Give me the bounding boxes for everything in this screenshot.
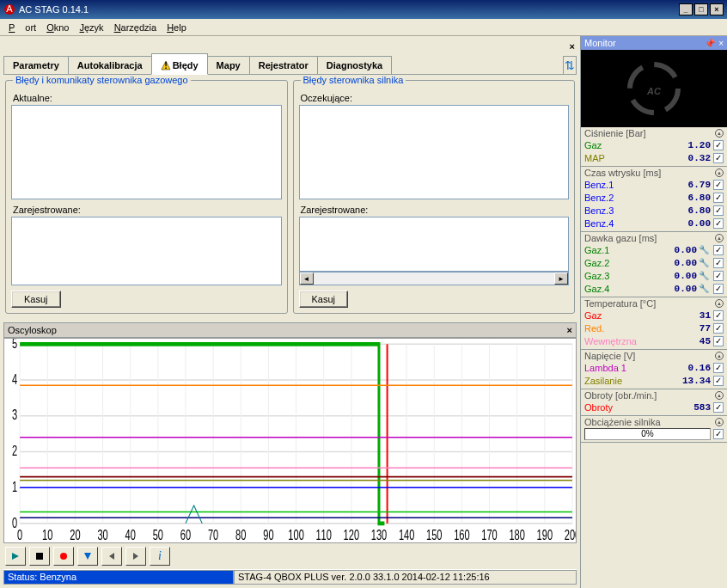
svg-text:60: 60 xyxy=(180,526,191,542)
chk[interactable]: ✓ xyxy=(713,310,724,321)
tab-mapy[interactable]: Mapy xyxy=(207,56,250,74)
engine-clear-button[interactable]: Kasuj xyxy=(299,291,349,308)
chk[interactable]: ✓ xyxy=(713,376,724,386)
section-obroty: Obroty [obr./min.] xyxy=(584,390,657,401)
warning-icon: ! xyxy=(161,60,171,70)
next-button[interactable] xyxy=(125,547,146,566)
svg-text:140: 140 xyxy=(399,526,414,542)
panel-close-icon[interactable]: × xyxy=(570,41,575,52)
info-button[interactable]: i xyxy=(150,547,170,566)
oscilloscope-chart[interactable]: 0123450102030405060708090100110120130140… xyxy=(3,338,577,543)
wrench-icon[interactable]: 🔧 xyxy=(699,258,709,267)
prev-button[interactable] xyxy=(101,547,122,566)
svg-rect-59 xyxy=(36,553,43,560)
chk[interactable]: ✓ xyxy=(713,205,724,216)
titlebar: A AC STAG 0.14.1 _ □ × xyxy=(0,0,727,19)
chk[interactable]: ✓ xyxy=(713,271,724,281)
gas-registered-list[interactable] xyxy=(11,217,282,285)
maximize-button[interactable]: □ xyxy=(694,3,708,15)
menu-help[interactable]: Help xyxy=(162,21,192,34)
svg-text:40: 40 xyxy=(125,526,136,542)
chk[interactable]: ✓ xyxy=(713,363,724,373)
svg-marker-63 xyxy=(133,553,138,560)
chk[interactable]: ✓ xyxy=(713,323,724,334)
svg-text:150: 150 xyxy=(426,526,442,542)
svg-text:20: 20 xyxy=(70,526,80,542)
tab-diagnostyka[interactable]: Diagnostyka xyxy=(317,56,392,74)
chk[interactable]: ✓ xyxy=(713,218,724,229)
chk[interactable]: ✓ xyxy=(713,140,724,150)
tab-rejestrator[interactable]: Rejestrator xyxy=(249,56,318,74)
chk[interactable]: ✓ xyxy=(713,153,724,163)
wrench-icon[interactable]: 🔧 xyxy=(699,245,709,254)
svg-text:3: 3 xyxy=(12,407,17,423)
status-right: STAG-4 QBOX PLUS ver. 2.0.0 33.1.0 2014-… xyxy=(234,570,577,585)
svg-text:30: 30 xyxy=(97,526,107,542)
section-czas: Czas wtrysku [ms] xyxy=(584,168,661,178)
svg-text:200: 200 xyxy=(565,526,576,542)
monitor-close-icon[interactable]: × xyxy=(718,39,724,48)
tab-parametry[interactable]: Parametry xyxy=(3,56,69,74)
collapse-icon[interactable]: ▲ xyxy=(715,418,724,426)
svg-text:90: 90 xyxy=(263,526,273,542)
engine-pending-list[interactable] xyxy=(299,105,570,199)
record-button[interactable] xyxy=(53,547,74,566)
svg-text:80: 80 xyxy=(235,526,246,542)
collapse-icon[interactable]: ▲ xyxy=(715,234,724,242)
svg-text:5: 5 xyxy=(12,339,17,352)
chk[interactable]: ✓ xyxy=(713,336,724,346)
tab-autokalibracja[interactable]: Autokalibracja xyxy=(68,56,152,74)
marker-button[interactable] xyxy=(77,547,98,566)
wrench-icon[interactable]: 🔧 xyxy=(699,271,709,280)
gas-errors-group: Błędy i komunikaty sterownika gazowego A… xyxy=(5,80,288,314)
engine-scroll[interactable]: ◄► xyxy=(299,272,570,285)
svg-point-60 xyxy=(60,553,67,560)
wrench-icon[interactable]: 🔧 xyxy=(699,284,709,293)
chk[interactable]: ✓ xyxy=(713,258,724,268)
pin-icon[interactable]: 📌 xyxy=(705,39,715,48)
gas-current-list[interactable] xyxy=(11,105,282,199)
svg-text:170: 170 xyxy=(481,526,497,542)
menu-okno[interactable]: Okno xyxy=(41,21,74,34)
engine-registered-list[interactable] xyxy=(299,217,570,272)
svg-text:A: A xyxy=(6,3,13,14)
section-dawka: Dawka gazu [ms] xyxy=(584,233,657,243)
status-left: Status: Benzyna xyxy=(3,570,234,585)
chk[interactable]: ✓ xyxy=(713,284,724,294)
link-icon[interactable]: ⇅ xyxy=(563,56,577,74)
chk[interactable]: ✓ xyxy=(713,193,724,203)
menu-narzedzia[interactable]: Narzędzia xyxy=(109,21,162,34)
play-button[interactable] xyxy=(5,547,26,566)
section-cisnienie: Ciśnienie [Bar] xyxy=(584,128,646,138)
osc-title: Oscyloskop× xyxy=(3,322,577,338)
chk[interactable]: ✓ xyxy=(713,245,724,255)
svg-text:120: 120 xyxy=(344,526,359,542)
svg-text:70: 70 xyxy=(208,526,218,542)
tabs: Parametry Autokalibracja !Błędy Mapy Rej… xyxy=(3,53,577,75)
minimize-button[interactable]: _ xyxy=(679,3,693,15)
chk[interactable]: ✓ xyxy=(713,429,724,439)
osc-close-icon[interactable]: × xyxy=(567,325,572,335)
label-zarejestrowane-2: Zarejestrowane: xyxy=(301,205,568,215)
close-button[interactable]: × xyxy=(710,3,724,15)
section-temp: Temperatura [°C] xyxy=(584,298,656,309)
svg-text:1: 1 xyxy=(12,478,17,494)
collapse-icon[interactable]: ▲ xyxy=(715,129,724,138)
collapse-icon[interactable]: ▲ xyxy=(715,352,724,360)
collapse-icon[interactable]: ▲ xyxy=(715,168,724,177)
chk[interactable]: ✓ xyxy=(713,402,724,413)
menu-port[interactable]: Port xyxy=(3,21,41,34)
svg-text:0: 0 xyxy=(17,526,22,542)
engine-errors-group: Błędy sterownika silnika Oczekujące: Zar… xyxy=(293,80,576,314)
chk[interactable]: ✓ xyxy=(713,180,724,190)
svg-text:10: 10 xyxy=(42,526,52,542)
collapse-icon[interactable]: ▲ xyxy=(715,391,724,400)
stop-button[interactable] xyxy=(29,547,50,566)
menu-jezyk[interactable]: Język xyxy=(75,21,109,34)
load-progress: 0% xyxy=(584,428,711,440)
collapse-icon[interactable]: ▲ xyxy=(715,299,724,308)
section-obciazenie: Obciążenie silnika xyxy=(584,417,661,427)
tab-bledy[interactable]: !Błędy xyxy=(151,53,208,75)
svg-text:50: 50 xyxy=(153,526,163,542)
gas-clear-button[interactable]: Kasuj xyxy=(11,291,61,308)
